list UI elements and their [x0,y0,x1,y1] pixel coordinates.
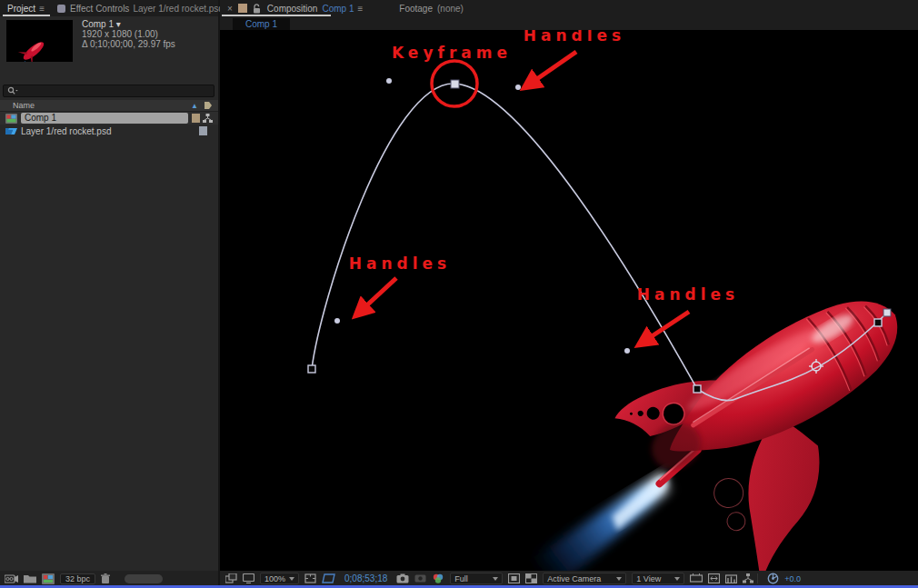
bezier-handle-dots[interactable] [334,78,630,354]
red-rocket-layer[interactable] [486,263,918,571]
composition-tabbar: × Composition Comp 1 ≡ Footage (none) [220,0,918,16]
mini-rocket-thumbnail [6,20,73,62]
lock-open-icon[interactable] [253,4,261,14]
primary-viewer-icon[interactable] [243,573,254,583]
preview-dimensions: 1920 x 1080 (1.00) [82,29,175,39]
project-list-header[interactable]: Name ▲ [0,100,218,112]
footage-preview-thumbnail[interactable] [6,20,73,62]
chevron-down-icon [289,577,294,581]
table-row-psd-layer[interactable]: Layer 1/red rocket.psd [0,125,218,137]
exposure-value[interactable]: +0.0 [784,574,801,583]
grid-guides-icon[interactable] [304,573,316,583]
psd-footage-icon [5,126,17,136]
annotation-keyframe-label: Keyframe [392,44,512,62]
tab-effect-controls-doc[interactable]: Layer 1/red rocket.psd [133,4,224,14]
arrow-top-handles [529,52,576,85]
tab-composition-name[interactable]: Comp 1 [322,4,354,14]
arrow-left-handles [360,278,396,312]
current-time-display[interactable]: 0;08;53;18 [344,573,387,583]
tab-footage[interactable]: Footage [399,4,433,14]
sort-ascending-icon[interactable]: ▲ [191,102,198,110]
chevron-down-icon [616,577,622,581]
active-camera-select[interactable]: Active Camera [543,573,626,584]
composition-panel: × Composition Comp 1 ≡ Footage (none) Co… [220,0,918,586]
create-composition-icon[interactable] [42,573,55,584]
tab-project[interactable]: Project [7,4,35,14]
composition-footer-toolbar: 100% 0;08;53;18 [220,571,918,586]
snapshot-icon[interactable] [396,573,409,583]
delete-icon[interactable] [101,573,110,584]
list-item-label[interactable]: Layer 1/red rocket.psd [21,126,112,136]
flowchart-icon[interactable] [743,573,753,583]
label-color-column-icon[interactable] [204,101,213,110]
horizontal-scrollbar[interactable] [125,574,163,583]
project-footer-toolbar: 32 bpc [0,571,218,586]
composition-viewport[interactable]: Keyframe Handles Handles Handles [220,30,918,571]
preview-comp-name[interactable]: Comp 1 [82,19,114,29]
magnification-value: 100% [264,574,285,583]
active-tab-underline [3,15,50,16]
adjust-exposure-icon[interactable] [767,573,779,584]
transparency-grid-icon[interactable] [525,573,537,583]
panel-group-icon [238,4,247,13]
keyframe-apex-point[interactable] [451,80,459,88]
create-folder-icon[interactable] [24,573,36,583]
keyframe-mid-point[interactable] [693,385,701,393]
viewer-subtab-row: Comp 1 [220,16,918,30]
show-snapshot-icon[interactable] [414,573,426,583]
label-color-swatch[interactable] [199,126,207,135]
tab-comp1-viewer[interactable]: Comp 1 [233,18,290,30]
fast-previews-icon[interactable] [725,573,737,583]
handle-dot-apex-left[interactable] [386,78,392,84]
preview-duration: Δ 0;10;00;00, 29.97 fps [82,39,175,49]
view-layout-value: 1 View [636,574,661,583]
panel-menu-icon[interactable]: ≡ [39,4,45,14]
handle-dot-apex-right[interactable] [515,85,521,90]
column-name-header[interactable]: Name [13,101,35,110]
annotation-handles-right-label: Handles [637,285,739,304]
shared-view-options-icon[interactable] [690,573,703,583]
magnification-select[interactable]: 100% [260,573,299,584]
table-row-comp1[interactable]: Comp 1 [0,112,218,125]
target-region-icon[interactable] [508,573,520,583]
chevron-down-icon[interactable]: ▾ [116,19,121,29]
tab-composition[interactable]: Composition [267,4,318,14]
list-item-label[interactable]: Comp 1 [21,113,188,124]
always-preview-icon[interactable] [225,573,237,583]
resolution-select[interactable]: Full [450,573,503,584]
bit-depth-button[interactable]: 32 bpc [60,573,95,584]
effect-controls-panel-icon [57,5,65,13]
pixel-aspect-correction-icon[interactable] [708,573,720,583]
annotation-handles-left-label: Handles [349,254,451,273]
annotation-handles-top-label: Handles [524,30,625,45]
camera-view-value: Active Camera [547,574,601,583]
keyframe-start-point[interactable] [308,365,315,373]
composition-item-icon [5,114,17,124]
arrow-right-handles [644,312,689,342]
show-channels-icon[interactable] [432,573,444,584]
panel-menu-icon[interactable]: ≡ [357,4,363,14]
tab-footage-none: (none) [437,4,464,14]
path-end-handle-square[interactable] [883,309,891,316]
interpret-footage-icon[interactable] [5,573,18,583]
handle-dot-lower-left[interactable] [334,318,340,324]
handle-dot-right[interactable] [624,348,630,354]
app-window: Project ≡ Effect Controls Layer 1/red ro… [0,0,918,588]
search-icon [7,86,18,95]
chevron-down-icon [674,577,680,581]
close-icon[interactable]: × [227,4,233,14]
viewport-canvas: Keyframe Handles Handles Handles [220,30,918,571]
project-panel: Project ≡ Effect Controls Layer 1/red ro… [0,0,218,586]
toolbar-divider [757,573,758,583]
roi-icon[interactable] [322,573,335,583]
tab-effect-controls[interactable]: Effect Controls [70,4,129,14]
label-color-swatch[interactable] [192,114,200,123]
resolution-value: Full [454,574,468,583]
chevron-down-icon [493,577,498,581]
view-layout-select[interactable]: 1 View [632,573,684,584]
search-input[interactable] [3,85,215,97]
footage-info: Comp 1 ▾ 1920 x 1080 (1.00) Δ 0;10;00;00… [82,19,175,49]
project-tabbar: Project ≡ Effect Controls Layer 1/red ro… [0,0,218,16]
rocket-flame [525,471,688,571]
keyframe-end-point[interactable] [874,319,882,326]
